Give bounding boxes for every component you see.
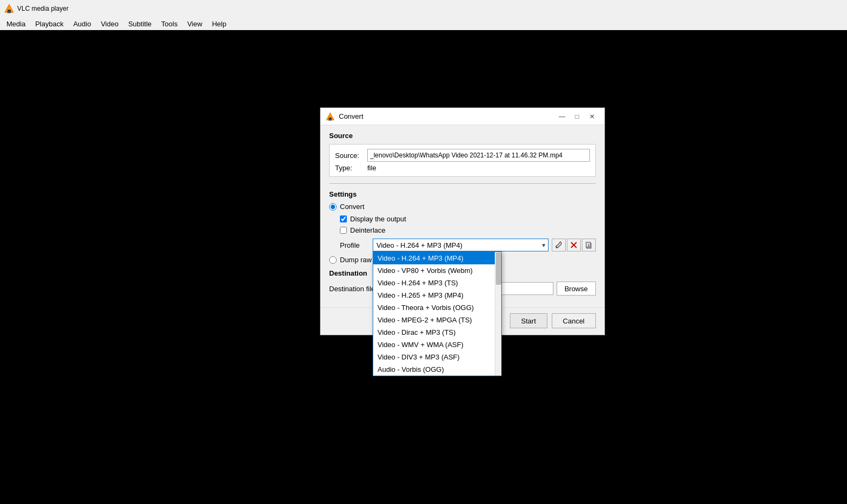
dropdown-item-3[interactable]: Video - H.265 + MP3 (MP4): [373, 289, 501, 301]
display-output-checkbox[interactable]: [340, 215, 347, 222]
dialog-content: Source Source: Type: file Settings Conve…: [321, 125, 604, 302]
maximize-button[interactable]: □: [570, 111, 584, 122]
cancel-button[interactable]: Cancel: [552, 313, 596, 328]
app-title: VLC media player: [17, 5, 68, 12]
profile-selected-value: Video - H.264 + MP3 (MP4): [376, 241, 462, 249]
edit-profile-button[interactable]: [552, 239, 566, 251]
deinterlace-row: Deinterlace: [340, 226, 596, 234]
wrench-icon: [555, 241, 563, 249]
dump-radio[interactable]: [329, 256, 337, 264]
delete-profile-button[interactable]: [567, 239, 581, 251]
source-field-label: Source:: [335, 152, 367, 160]
settings-section-label: Settings: [329, 190, 596, 198]
dropdown-item-1[interactable]: Video - VP80 + Vorbis (Webm): [373, 264, 501, 277]
source-section-label: Source: [329, 132, 596, 140]
display-output-row: Display the output: [340, 215, 596, 223]
deinterlace-checkbox[interactable]: [340, 227, 347, 234]
vlc-app-icon: [4, 4, 14, 13]
minimize-button[interactable]: —: [555, 111, 569, 122]
settings-group: Convert Display the output Deinterlace P…: [329, 203, 596, 264]
profile-select-container: Video - H.264 + MP3 (MP4) ▼ Video - H.26…: [373, 239, 549, 251]
deinterlace-label: Deinterlace: [350, 226, 386, 234]
menu-video[interactable]: Video: [96, 19, 123, 29]
source-grid: Source: Type: file: [329, 144, 596, 177]
menu-audio[interactable]: Audio: [69, 19, 95, 29]
profile-actions: [552, 239, 596, 251]
dropdown-item-9[interactable]: Audio - Vorbis (OGG): [373, 363, 501, 376]
titlebar: VLC media player: [0, 0, 847, 17]
profile-select-display[interactable]: Video - H.264 + MP3 (MP4) ▼: [373, 239, 549, 251]
type-row: Type: file: [335, 164, 590, 172]
dialog-title: Convert: [339, 112, 551, 120]
add-profile-button[interactable]: [582, 239, 596, 251]
source-row: Source:: [335, 149, 590, 162]
type-value: file: [367, 164, 376, 172]
dest-file-label: Destination file:: [329, 285, 378, 293]
menu-media[interactable]: Media: [2, 19, 30, 29]
copy-icon: [585, 241, 593, 249]
convert-radio-row: Convert: [329, 203, 596, 211]
divider-1: [329, 183, 596, 184]
dropdown-item-6[interactable]: Video - Dirac + MP3 (TS): [373, 326, 501, 339]
profile-dropdown-scrollbar[interactable]: [495, 252, 501, 376]
browse-button[interactable]: Browse: [557, 282, 596, 296]
dropdown-item-2[interactable]: Video - H.264 + MP3 (TS): [373, 277, 501, 289]
display-output-label: Display the output: [350, 215, 406, 223]
delete-icon: [571, 242, 577, 248]
convert-label: Convert: [340, 203, 365, 211]
profile-chevron-down-icon: ▼: [541, 242, 546, 248]
profile-dropdown: Video - H.264 + MP3 (MP4) Video - VP80 +…: [373, 251, 502, 376]
source-input[interactable]: [367, 149, 590, 162]
dialog-titlebar: Convert — □ ✕: [321, 108, 604, 125]
type-field-label: Type:: [335, 164, 367, 172]
dropdown-item-7[interactable]: Video - WMV + WMA (ASF): [373, 339, 501, 351]
close-button[interactable]: ✕: [585, 111, 599, 122]
dropdown-item-8[interactable]: Video - DIV3 + MP3 (ASF): [373, 351, 501, 363]
menu-view[interactable]: View: [183, 19, 207, 29]
svg-point-2: [7, 12, 11, 13]
menu-playback[interactable]: Playback: [31, 19, 68, 29]
menu-tools[interactable]: Tools: [157, 19, 182, 29]
svg-point-5: [328, 119, 332, 120]
profile-label: Profile: [340, 241, 369, 249]
svg-rect-1: [8, 10, 11, 12]
svg-point-6: [556, 247, 557, 248]
menu-help[interactable]: Help: [208, 19, 231, 29]
start-button[interactable]: Start: [510, 313, 547, 328]
svg-rect-4: [329, 117, 331, 119]
dropdown-item-0[interactable]: Video - H.264 + MP3 (MP4): [373, 252, 501, 264]
menu-subtitle[interactable]: Subtitle: [124, 19, 155, 29]
dropdown-item-5[interactable]: Video - MPEG-2 + MPGA (TS): [373, 314, 501, 326]
dropdown-item-4[interactable]: Video - Theora + Vorbis (OGG): [373, 301, 501, 314]
profile-row: Profile Video - H.264 + MP3 (MP4) ▼ Vide…: [340, 239, 596, 251]
dialog-vlc-icon: [326, 112, 334, 121]
menubar: Media Playback Audio Video Subtitle Tool…: [0, 17, 847, 30]
convert-radio[interactable]: [329, 203, 337, 211]
dialog-window-controls: — □ ✕: [555, 111, 599, 122]
profile-scroll-thumb: [496, 253, 501, 285]
convert-dialog: Convert — □ ✕ Source Source: Type: file …: [320, 107, 605, 335]
